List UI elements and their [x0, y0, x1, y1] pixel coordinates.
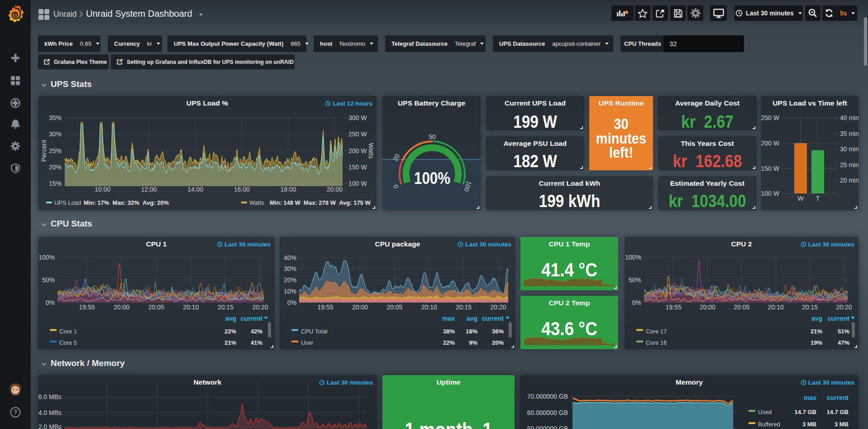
svg-text:21%: 21% [224, 339, 236, 346]
svg-text:4.0 MBs: 4.0 MBs [38, 409, 62, 416]
svg-text:avg: avg [225, 315, 236, 322]
svg-text:T: T [816, 195, 820, 202]
svg-text:51%: 51% [838, 328, 849, 335]
svg-text:current: current [241, 315, 263, 322]
svg-text:20:10: 20:10 [768, 304, 784, 311]
svg-text:0%: 0% [287, 299, 296, 306]
svg-text:70.000000 GB: 70.000000 GB [527, 393, 568, 400]
svg-text:50.000000 GB: 50.000000 GB [527, 425, 568, 429]
svg-text:16:00: 16:00 [234, 186, 250, 193]
svg-text:30 min: 30 min [840, 145, 858, 153]
svg-text:Min: 17% Max: 32% Avg: 20%: Min: 17% Max: 32% Avg: 20% [84, 199, 169, 206]
svg-text:50: 50 [429, 133, 436, 140]
svg-text:22%: 22% [443, 339, 455, 346]
svg-text:20:15: 20:15 [802, 304, 818, 311]
svg-text:Used: Used [758, 409, 772, 415]
svg-text:35 min: 35 min [840, 130, 858, 137]
svg-text:14:00: 14:00 [187, 186, 203, 193]
svg-text:20:00: 20:00 [114, 304, 129, 311]
svg-text:20:20: 20:20 [490, 304, 506, 311]
svg-text:0%: 0% [46, 299, 55, 306]
svg-text:20:05: 20:05 [148, 304, 164, 311]
svg-text:30%: 30% [49, 130, 62, 138]
svg-text:25 min: 25 min [840, 161, 858, 169]
svg-text:CPU Total: CPU Total [301, 328, 327, 335]
svg-text:19:55: 19:55 [317, 304, 333, 311]
svg-text:9%: 9% [469, 339, 477, 346]
svg-text:250 W: 250 W [761, 114, 780, 121]
svg-text:150 W: 150 W [348, 164, 367, 171]
svg-text:20:00: 20:00 [700, 304, 715, 311]
svg-text:18:00: 18:00 [280, 186, 296, 193]
svg-text:2.0 MBs: 2.0 MBs [38, 423, 62, 429]
svg-text:6.0 MBs: 6.0 MBs [38, 393, 62, 400]
svg-text:Buffered: Buffered [758, 421, 780, 428]
svg-text:36%: 36% [492, 328, 504, 335]
svg-text:Watts: Watts [249, 199, 264, 206]
svg-text:15%: 15% [49, 180, 62, 187]
svg-text:max: max [442, 315, 455, 322]
svg-text:W: W [797, 195, 804, 202]
svg-text:20:05: 20:05 [734, 304, 749, 311]
svg-text:Core 17: Core 17 [646, 328, 667, 335]
svg-text:50%: 50% [629, 276, 641, 284]
svg-text:47%: 47% [838, 339, 849, 346]
svg-text:20:00: 20:00 [352, 304, 368, 311]
svg-text:100 W: 100 W [761, 190, 780, 197]
svg-text:22%: 22% [224, 328, 236, 335]
svg-text:20 min: 20 min [840, 177, 858, 184]
svg-text:300 W: 300 W [348, 114, 367, 121]
svg-text:14.7 GB: 14.7 GB [827, 409, 849, 415]
svg-text:20:15: 20:15 [456, 304, 472, 311]
svg-text:100%: 100% [625, 254, 641, 261]
svg-text:20:00: 20:00 [327, 186, 343, 193]
svg-text:UPS Load: UPS Load [54, 199, 81, 206]
svg-text:250 W: 250 W [348, 130, 367, 138]
svg-text:20:10: 20:10 [421, 304, 437, 311]
svg-text:19:55: 19:55 [79, 304, 95, 311]
svg-text:19:55: 19:55 [665, 304, 681, 311]
svg-text:20:15: 20:15 [218, 304, 234, 311]
svg-text:current: current [828, 315, 850, 322]
svg-text:18%: 18% [466, 328, 477, 335]
svg-text:avg: avg [467, 315, 477, 322]
svg-text:Percent: Percent [40, 140, 48, 162]
svg-text:20%: 20% [284, 276, 296, 284]
svg-text:38%: 38% [443, 328, 455, 335]
svg-text:Core 5: Core 5 [59, 339, 77, 346]
svg-text:Core 16: Core 16 [646, 339, 667, 346]
svg-text:Watts: Watts [367, 143, 375, 159]
svg-text:21%: 21% [811, 328, 822, 335]
svg-text:20:10: 20:10 [183, 304, 199, 311]
svg-text:current: current [482, 315, 504, 322]
svg-text:10:00: 10:00 [95, 186, 110, 193]
svg-text:avg: avg [811, 315, 822, 322]
svg-text:User: User [301, 339, 314, 346]
svg-text:12:00: 12:00 [141, 186, 157, 193]
svg-text:35%: 35% [49, 114, 62, 121]
svg-text:Core 1: Core 1 [59, 328, 77, 335]
svg-text:20:20: 20:20 [836, 304, 852, 311]
svg-text:0%: 0% [632, 299, 641, 306]
svg-text:100 W: 100 W [348, 180, 367, 187]
svg-text:3 MB: 3 MB [802, 421, 816, 428]
svg-text:?: ? [14, 409, 18, 416]
svg-text:100%: 100% [414, 169, 450, 188]
svg-text:150 W: 150 W [761, 165, 780, 172]
svg-text:50%: 50% [42, 276, 55, 284]
svg-text:200 W: 200 W [348, 147, 367, 154]
svg-text:200 W: 200 W [761, 140, 780, 147]
svg-text:30%: 30% [284, 265, 296, 272]
svg-text:Min: 148 W Max: 278 W Avg: 1: Min: 148 W Max: 278 W Avg: 175 W [270, 199, 371, 206]
svg-text:40%: 40% [284, 254, 296, 261]
svg-text:20:20: 20:20 [252, 304, 268, 311]
svg-text:10%: 10% [284, 288, 296, 295]
svg-text:current: current [827, 394, 849, 401]
svg-text:100%: 100% [38, 254, 55, 261]
svg-text:42%: 42% [251, 328, 262, 335]
svg-text:max: max [804, 394, 816, 401]
svg-text:3 MB: 3 MB [835, 421, 849, 428]
svg-text:25%: 25% [49, 147, 62, 154]
svg-text:20%: 20% [49, 164, 62, 171]
svg-text:19%: 19% [811, 339, 822, 346]
